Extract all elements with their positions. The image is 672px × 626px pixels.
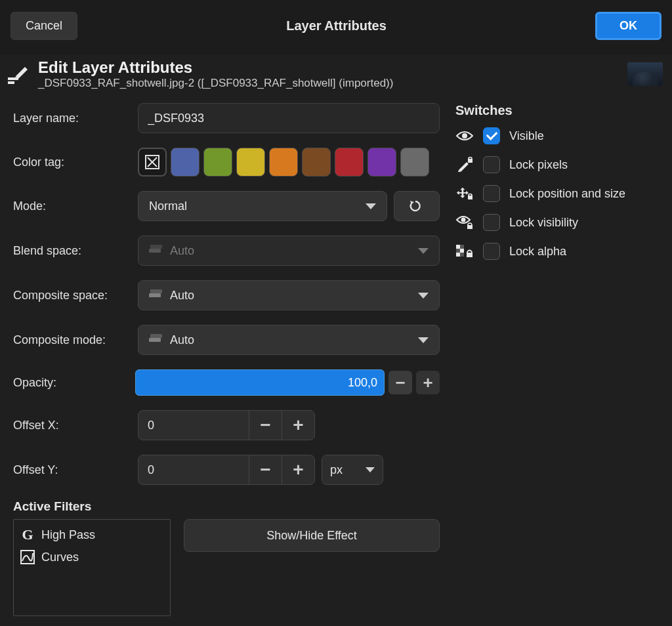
offset-y-value: 0	[138, 463, 249, 477]
filter-item-label: High Pass	[41, 528, 95, 542]
alpha-lock-icon	[455, 243, 474, 259]
left-column: Layer name: Color tag:	[13, 103, 440, 616]
composite-mode-select[interactable]: Auto	[138, 325, 440, 355]
svg-rect-13	[456, 253, 460, 257]
layer-name-input[interactable]	[148, 112, 430, 125]
color-tag-label: Color tag:	[13, 156, 131, 169]
svg-rect-11	[456, 249, 460, 253]
color-tag-green[interactable]	[203, 148, 232, 177]
dialog-title: Layer Attributes	[286, 18, 387, 33]
chevron-down-icon	[418, 337, 429, 343]
layers-icon	[149, 289, 163, 301]
ok-button[interactable]: OK	[595, 12, 662, 40]
offset-y-field[interactable]: 0 − +	[138, 455, 315, 485]
layer-thumbnail	[627, 62, 663, 86]
switch-row-lock-position: Lock position and size	[455, 185, 660, 202]
mode-reset-button[interactable]	[394, 191, 440, 221]
chevron-down-icon	[366, 203, 376, 209]
opacity-slider[interactable]: 100,0	[135, 369, 385, 396]
subheader-title: Edit Layer Attributes	[38, 58, 393, 77]
lock-visibility-label: Lock visibility	[509, 216, 578, 230]
offset-x-field[interactable]: 0 − +	[138, 410, 315, 440]
color-tag-yellow[interactable]	[236, 148, 265, 177]
composite-space-select[interactable]: Auto	[138, 280, 440, 310]
svg-point-7	[461, 218, 466, 222]
color-tag-brown[interactable]	[302, 148, 331, 177]
composite-mode-label: Composite mode:	[13, 333, 131, 347]
color-tag-red[interactable]	[335, 148, 364, 177]
subheader-path: _DSF0933_RAF_shotwell.jpg-2 ([_DSF0933_R…	[38, 77, 393, 90]
chevron-down-icon	[418, 248, 429, 254]
cancel-button[interactable]: Cancel	[10, 12, 77, 40]
svg-rect-5	[468, 159, 472, 163]
lock-position-checkbox[interactable]	[483, 185, 500, 202]
offset-y-increase-button[interactable]: +	[282, 455, 314, 485]
layer-name-field[interactable]	[138, 103, 440, 133]
filter-item-high-pass[interactable]: G High Pass	[15, 524, 169, 546]
visible-label: Visible	[509, 129, 544, 143]
filter-item-label: Curves	[41, 551, 79, 564]
switch-row-lock-visibility: Lock visibility	[455, 214, 660, 231]
switches-title: Switches	[455, 103, 660, 118]
switch-row-lock-alpha: Lock alpha	[455, 243, 660, 260]
blend-space-select[interactable]: Auto	[138, 236, 440, 266]
opacity-decrease-button[interactable]: −	[388, 371, 412, 394]
composite-mode-value: Auto	[170, 333, 194, 347]
show-hide-effect-button[interactable]: Show/Hide Effect	[184, 519, 440, 552]
color-tag-orange[interactable]	[269, 148, 298, 177]
color-tag-purple[interactable]	[368, 148, 396, 177]
reset-icon	[408, 199, 423, 213]
subheader: Edit Layer Attributes _DSF0933_RAF_shotw…	[0, 54, 672, 100]
eye-icon	[455, 128, 474, 144]
layers-icon	[149, 334, 163, 346]
svg-rect-15	[467, 253, 472, 257]
layer-name-label: Layer name:	[13, 112, 131, 125]
chevron-down-icon	[418, 293, 429, 299]
opacity-increase-button[interactable]: +	[416, 371, 440, 394]
edit-layer-icon	[5, 62, 30, 87]
lock-pixels-checkbox[interactable]	[483, 156, 500, 173]
composite-space-value: Auto	[170, 289, 194, 303]
offset-x-decrease-button[interactable]: −	[249, 410, 282, 440]
svg-rect-10	[460, 245, 464, 249]
switch-row-visible: Visible	[455, 127, 660, 144]
lock-alpha-checkbox[interactable]	[483, 243, 500, 260]
blend-space-value: Auto	[170, 244, 194, 258]
filter-list[interactable]: G High Pass Curves	[13, 519, 171, 616]
color-tag-none[interactable]	[138, 148, 167, 177]
svg-point-4	[462, 133, 467, 138]
filter-item-curves[interactable]: Curves	[15, 546, 169, 568]
dialog-header: Cancel Layer Attributes OK	[0, 0, 672, 54]
mode-select[interactable]: Normal	[138, 191, 387, 221]
opacity-value: 100,0	[348, 376, 377, 390]
lock-pixels-label: Lock pixels	[509, 158, 568, 172]
lock-visibility-checkbox[interactable]	[483, 214, 500, 231]
offset-x-value: 0	[138, 419, 249, 432]
offset-x-label: Offset X:	[13, 419, 131, 432]
blend-space-label: Blend space:	[13, 244, 131, 258]
layers-icon	[149, 245, 163, 257]
eye-lock-icon	[455, 215, 474, 230]
svg-rect-6	[468, 196, 472, 199]
opacity-label: Opacity:	[13, 376, 131, 390]
visible-checkbox[interactable]	[483, 127, 500, 144]
color-tag-blue[interactable]	[171, 148, 200, 177]
offset-unit-select[interactable]: px	[322, 455, 383, 485]
move-lock-icon	[455, 186, 474, 201]
color-tag-gray[interactable]	[400, 148, 429, 177]
mode-value: Normal	[149, 199, 187, 213]
offset-y-decrease-button[interactable]: −	[249, 455, 282, 485]
offset-y-label: Offset Y:	[13, 463, 131, 477]
subheader-text: Edit Layer Attributes _DSF0933_RAF_shotw…	[38, 58, 393, 90]
offset-unit-value: px	[330, 463, 343, 477]
svg-rect-12	[460, 249, 464, 253]
svg-rect-14	[460, 253, 464, 257]
curves-icon	[19, 549, 36, 566]
composite-space-label: Composite space:	[13, 289, 131, 303]
svg-rect-9	[456, 245, 460, 249]
active-filters-label: Active Filters	[13, 499, 440, 514]
svg-rect-1	[8, 81, 14, 84]
gegl-icon: G	[19, 526, 36, 543]
offset-x-increase-button[interactable]: +	[282, 410, 314, 440]
chevron-down-icon	[366, 467, 375, 472]
